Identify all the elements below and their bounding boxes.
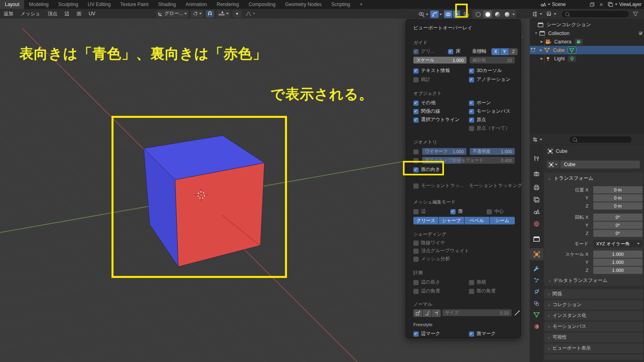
section-collections[interactable]: ›コレクション [544, 300, 643, 310]
opacity-slider[interactable]: 不透明度1.000 [470, 148, 515, 155]
checkbox-3d-cursor[interactable]: 3Dカーソル [469, 67, 502, 74]
tab-world[interactable] [530, 218, 543, 230]
checkbox-annotations[interactable]: アノテーション [469, 76, 510, 83]
tab-physics[interactable] [530, 285, 543, 297]
shading-rendered-button[interactable] [503, 10, 511, 18]
tab-constraints[interactable] [530, 297, 543, 309]
wireframe-slider[interactable]: ワイヤーフ1.000 [422, 148, 466, 155]
menu-add[interactable]: 追加 [0, 10, 17, 17]
seam-button[interactable]: シーム [490, 217, 515, 224]
normals-size-slider[interactable]: サイズ0.10 [442, 309, 512, 316]
checkbox-text-info[interactable]: テキスト情報 [413, 67, 450, 74]
object-name-field[interactable]: Cube [560, 160, 640, 169]
checkbox-face-area[interactable]: 面積 [469, 279, 486, 286]
workspace-tab-geometrynodes[interactable]: Geometry Nodes [280, 0, 326, 9]
proportional-editing-button[interactable] [233, 10, 242, 18]
workspace-tab-layout[interactable]: Layout [0, 0, 24, 9]
collection-expander[interactable]: ▼ [534, 31, 539, 35]
checkbox-grid[interactable]: グリ... [413, 48, 435, 55]
properties-editor-chevron[interactable] [540, 139, 542, 140]
rotation-z-field[interactable]: 0° [593, 230, 642, 237]
cube-expander[interactable]: ▶ [539, 48, 543, 52]
outliner-editor-icon[interactable] [532, 11, 538, 17]
outliner-display-icon[interactable] [546, 11, 552, 17]
workspace-tab-sculpting[interactable]: Sculpting [54, 0, 83, 9]
rotation-x-field[interactable]: 0° [593, 214, 642, 221]
menu-edge[interactable]: 辺 [61, 10, 73, 17]
scene-name[interactable]: Scene [552, 2, 588, 7]
rotation-mode-dropdown[interactable]: XYZ オイラー角 [593, 240, 642, 247]
viewlayer-selector-chevron[interactable] [615, 4, 617, 5]
checkbox-mesh-analysis[interactable]: メッシュ分析 [413, 255, 450, 263]
scale-x-field[interactable]: 1.000 [593, 251, 642, 258]
split-normals-button[interactable] [423, 309, 431, 317]
grid-scale-slider[interactable]: スケール1.000 [413, 57, 466, 64]
grid-subdivision-slider[interactable]: 細分化10 [470, 57, 515, 64]
section-motion-paths[interactable]: ›モーションパス [544, 322, 643, 331]
properties-search-input[interactable] [570, 136, 632, 143]
menu-face[interactable]: 面 [73, 10, 85, 17]
new-scene-icon[interactable] [590, 2, 595, 7]
tab-modifiers[interactable] [530, 263, 543, 275]
location-y-field[interactable]: 0 m [593, 194, 642, 202]
checkbox-floor[interactable]: 床 [448, 48, 460, 55]
snap-target-dropdown[interactable] [217, 10, 230, 18]
crease-button[interactable]: クリース [413, 217, 438, 224]
outliner-row-collection[interactable]: ▼ Collection [530, 29, 644, 37]
checkbox-extras[interactable]: その他 [413, 99, 436, 107]
filter-icon[interactable] [633, 11, 638, 16]
tab-object[interactable] [530, 248, 543, 260]
checkbox-vertex-group-weights[interactable]: 頂点グループウェイト [413, 247, 469, 255]
checkbox-motion-paths[interactable]: モーションパス [469, 108, 510, 115]
transform-orientation-dropdown[interactable]: グロー... [156, 10, 188, 18]
outliner-row-light[interactable]: ▶ Light [530, 54, 644, 63]
sidebar-collapse-arrow[interactable]: ‹ [522, 34, 523, 39]
normals-extra-button[interactable] [514, 309, 520, 317]
shading-wireframe-button[interactable] [474, 10, 482, 18]
checkbox-selection-outline[interactable]: 選択アウトライン [413, 116, 460, 123]
section-viewport-display[interactable]: ›ビューポート表示 [544, 343, 643, 353]
sharp-button[interactable]: シャープ [439, 217, 464, 224]
checkbox-face-angle[interactable]: 面の角度 [469, 288, 495, 295]
checkbox-origins[interactable]: 原点 [469, 116, 486, 123]
workspace-tab-uvediting[interactable]: UV Editing [83, 0, 116, 9]
tab-tool[interactable] [530, 152, 543, 165]
outliner-row-cube[interactable]: ▶ Cube [530, 46, 644, 54]
location-x-field[interactable]: 0 m [593, 186, 642, 193]
axis-x-toggle[interactable]: X [491, 48, 500, 55]
delta-transform-header[interactable]: ›デルタトランスフォーム [549, 277, 607, 284]
section-partial[interactable] [544, 354, 643, 360]
checkbox-edge-angle[interactable]: 辺の角度 [413, 288, 440, 295]
snap-toggle-button[interactable] [206, 10, 214, 18]
workspace-tab-texturepaint[interactable]: Texture Paint [116, 0, 153, 9]
outliner-display-chevron[interactable] [554, 13, 556, 15]
vertex-normals-button[interactable] [413, 309, 422, 317]
checkbox-faces[interactable]: 面 [450, 208, 463, 215]
pivot-point-dropdown[interactable] [191, 10, 203, 18]
camera-data-icon[interactable] [575, 39, 583, 45]
gizmos-dropdown[interactable] [430, 10, 442, 18]
section-instancing[interactable]: ›インスタンス化 [544, 311, 643, 321]
proportional-falloff-dropdown[interactable] [244, 10, 257, 18]
tab-particles[interactable] [530, 274, 543, 286]
workspace-tab-scripting[interactable]: Scripting [326, 0, 355, 9]
workspace-tab-modeling[interactable]: Modeling [24, 0, 54, 9]
workspace-tab-rendering[interactable]: Rendering [212, 0, 244, 9]
checkbox-wireframe[interactable] [413, 148, 419, 155]
checkbox-motion-tracking[interactable]: モーショントラッ... [413, 182, 464, 189]
menu-uv[interactable]: UV [85, 11, 99, 16]
outliner-editor-chevron[interactable] [540, 13, 542, 15]
collection-exclude-checkbox[interactable] [638, 31, 643, 36]
object-id-dropdown[interactable] [547, 160, 559, 169]
location-z-field[interactable]: 0 m [593, 202, 642, 210]
tab-material[interactable] [530, 321, 543, 333]
workspace-tab-animation[interactable]: Animation [181, 0, 212, 9]
tab-object-data[interactable] [530, 309, 543, 321]
light-data-icon[interactable] [568, 56, 576, 62]
camera-expander[interactable]: ▶ [539, 40, 544, 43]
section-relations[interactable]: ›関係 [544, 289, 643, 299]
checkbox-edge-length[interactable]: 辺の長さ [413, 279, 440, 286]
tab-collection-props[interactable] [530, 233, 543, 245]
checkbox-edge-marks[interactable]: 辺マーク [413, 330, 440, 337]
tab-output[interactable] [530, 181, 543, 193]
